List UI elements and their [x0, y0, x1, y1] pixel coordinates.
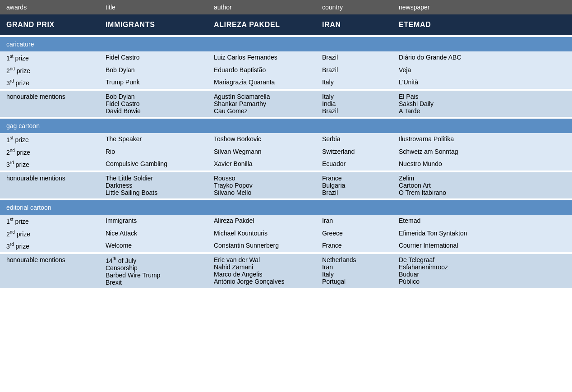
table-row: editorial cartoon	[0, 200, 572, 215]
table-row: 1st prizeImmigrantsAlireza PakdelIranEte…	[0, 215, 572, 227]
header-newspaper: newspaper	[392, 0, 572, 14]
mention-titles: The Little SoldierDarknessLittle Sailing…	[99, 172, 208, 198]
section-header-label: gag cartoon	[0, 119, 572, 133]
table-row: 1st prizeFidel CastroLuiz Carlos Fernand…	[0, 51, 572, 64]
mention-newspapers: El PaisSakshi DailyA Tarde	[392, 91, 572, 117]
award-cell: 2nd prize	[0, 64, 99, 77]
mention-authors: Agustín SciamarellaShankar PamarthyCau G…	[208, 91, 316, 117]
award-cell: 2nd prize	[0, 227, 99, 240]
header-author: author	[208, 0, 316, 14]
mention-countries: NetherlandsIranItalyPortugal	[316, 254, 392, 288]
table-row	[0, 288, 572, 290]
table-row: 2nd prizeBob DylanEduardo BaptistãoBrazi…	[0, 64, 572, 77]
table-row: honourable mentions14th of JulyCensorshi…	[0, 254, 572, 288]
header-country: country	[316, 0, 392, 14]
award-cell: 1st prize	[0, 215, 99, 227]
table-row: 2nd prizeRioSilvan WegmannSwitzerlandSch…	[0, 146, 572, 158]
section-header-label: editorial cartoon	[0, 200, 572, 215]
table-row: caricature	[0, 37, 572, 51]
table-row: 2nd prizeNice AttackMichael KountourisGr…	[0, 227, 572, 240]
mention-newspapers: De TelegraafEsfahanenimroozBuduarPúblico	[392, 254, 572, 288]
mention-authors: RoussoTrayko PopovSilvano Mello	[208, 172, 316, 198]
table-row: 3rd prizeTrump PunkMariagrazia QuarantaI…	[0, 76, 572, 89]
mention-countries: FranceBulgariaBrazil	[316, 172, 392, 198]
table-row: 3rd prizeWelcomeConstantin SunnerbergFra…	[0, 240, 572, 252]
mention-label: honourable mentions	[0, 254, 99, 288]
mention-label: honourable mentions	[0, 172, 99, 198]
header-title: title	[99, 0, 208, 14]
table-row: 1st prizeThe SpeakerToshow BorkovicSerbi…	[0, 133, 572, 146]
mention-authors: Eric van der WalNahid ZamaniMarco de Ang…	[208, 254, 316, 288]
mention-countries: ItalyIndiaBrazil	[316, 91, 392, 117]
award-cell: 1st prize	[0, 133, 99, 146]
award-cell: 3rd prize	[0, 158, 99, 171]
award-cell: 3rd prize	[0, 76, 99, 89]
table-row: gag cartoon	[0, 119, 572, 133]
table-row: 3rd prizeCompulsive GamblingXavier Bonil…	[0, 158, 572, 171]
award-cell: 2nd prize	[0, 146, 99, 158]
section-header-label: caricature	[0, 37, 572, 51]
mention-titles: Bob DylanFidel CastroDavid Bowie	[99, 91, 208, 117]
table-row: GRAND PRIXIMMIGRANTSALIREZA PAKDELIRANET…	[0, 14, 572, 35]
table-row: honourable mentionsThe Little SoldierDar…	[0, 172, 572, 198]
award-cell: 1st prize	[0, 51, 99, 64]
header-awards: awards	[0, 0, 99, 14]
mention-titles: 14th of JulyCensorshipBarbed Wire TrumpB…	[99, 254, 208, 288]
mention-newspapers: ZelimCartoon ArtO Trem Itabirano	[392, 172, 572, 198]
award-cell: 3rd prize	[0, 240, 99, 252]
mention-label: honourable mentions	[0, 91, 99, 117]
table-row: honourable mentionsBob DylanFidel Castro…	[0, 91, 572, 117]
